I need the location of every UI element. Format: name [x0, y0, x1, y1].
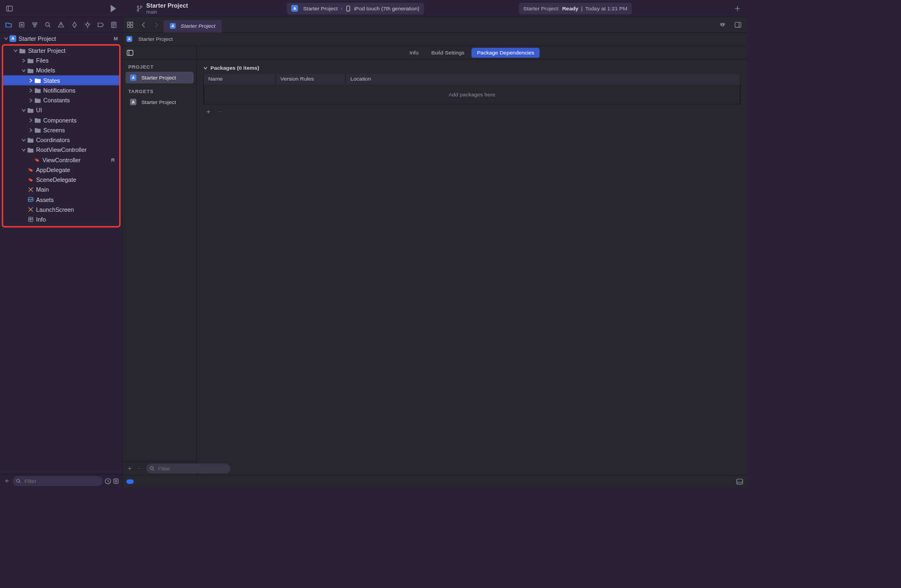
segment-build-settings[interactable]: Build Settings [426, 47, 470, 57]
tree-item-models[interactable]: Models [3, 65, 119, 75]
breakpoint-navigator-tab[interactable] [95, 19, 107, 30]
folder-icon [27, 58, 34, 64]
outline-header-targets: TARGETS [123, 84, 196, 96]
svg-point-21 [86, 23, 89, 26]
chevron-right-icon [28, 97, 33, 102]
test-navigator-tab[interactable] [69, 19, 80, 30]
sidebar-icon [126, 49, 133, 56]
tree-label: Assets [36, 196, 53, 203]
chevron-right-icon [28, 118, 33, 122]
tree-item-files[interactable]: Files [3, 56, 119, 65]
toggle-navigator-icon[interactable] [3, 3, 16, 15]
editor-breadcrumb[interactable]: A Starter Project [123, 33, 747, 46]
packages-col-name[interactable]: Name [204, 74, 276, 85]
tree-item-appdelegate[interactable]: AppDelegate [3, 165, 119, 175]
nav-forward-button[interactable] [150, 19, 162, 30]
tree-item-launchscreen[interactable]: LaunchScreen [3, 205, 119, 215]
add-button[interactable] [730, 3, 744, 15]
tree-item-viewcontroller[interactable]: ViewController R [3, 155, 119, 164]
packages-col-location[interactable]: Location [346, 74, 740, 85]
remove-target-button[interactable]: － [136, 464, 143, 473]
remove-package-button[interactable]: － [217, 107, 224, 116]
clock-icon[interactable] [104, 477, 111, 485]
packages-col-version[interactable]: Version Rules [276, 74, 346, 85]
project-icon: A [9, 35, 16, 41]
folder-icon [34, 117, 41, 123]
tree-item-coordinators[interactable]: Coordinators [3, 135, 119, 145]
find-navigator-tab[interactable] [42, 19, 54, 30]
svg-rect-47 [127, 25, 130, 27]
tree-item-constants[interactable]: Constants [3, 95, 119, 105]
tree-label: Starter Project [28, 47, 65, 54]
scm-filter-icon[interactable] [112, 477, 119, 485]
outline-header-project: PROJECT [123, 59, 196, 71]
tree-item-ui[interactable]: UI [3, 105, 119, 115]
tree-label: Screens [44, 127, 65, 133]
packages-header-label: Packages (0 items) [210, 65, 259, 71]
outline-target-item[interactable]: A Starter Project [125, 96, 193, 108]
add-package-button[interactable]: ＋ [205, 107, 212, 116]
project-icon: A [130, 75, 137, 81]
segment-info[interactable]: Info [404, 47, 424, 57]
outline-project-item[interactable]: A Starter Project [125, 72, 193, 84]
debug-navigator-tab[interactable] [82, 19, 93, 30]
chevron-down-icon [4, 36, 9, 41]
search-icon [16, 478, 21, 483]
scheme-device: iPod touch (7th generation) [354, 5, 419, 12]
outline-toggle-button[interactable] [123, 46, 196, 60]
tree-item-screens[interactable]: Screens [3, 125, 119, 135]
toolbar-branch-name: main [147, 9, 188, 15]
highlighted-tree-region: Starter Project Files Models [2, 44, 120, 228]
tree-label: States [44, 77, 60, 83]
svg-line-40 [19, 482, 20, 483]
chevron-down-icon [21, 137, 26, 142]
status-prefix: Starter Project: [523, 5, 559, 12]
tree-root-project[interactable]: A Starter Project M [0, 33, 123, 43]
tree-item-info-plist[interactable]: Info [3, 215, 119, 224]
toggle-debug-area-button[interactable] [736, 477, 743, 485]
tree-group[interactable]: Starter Project [3, 46, 119, 56]
project-outline: PROJECT A Starter Project TARGETS A Star… [123, 46, 197, 475]
run-button[interactable] [107, 3, 120, 15]
breakpoint-toggle[interactable] [126, 479, 133, 483]
report-navigator-tab[interactable] [108, 19, 120, 30]
tree-item-notifications[interactable]: Notifications [3, 85, 119, 95]
scheme-project: Starter Project [303, 5, 338, 12]
symbol-navigator-tab[interactable] [29, 19, 40, 30]
tree-item-main-storyboard[interactable]: Main [3, 185, 119, 194]
svg-rect-45 [127, 22, 130, 24]
add-file-button[interactable]: ＋ [3, 476, 11, 486]
packages-section-header[interactable]: Packages (0 items) [203, 62, 741, 74]
outline-filter-input[interactable] [147, 463, 230, 473]
navigator-filter-input[interactable] [13, 476, 102, 486]
chevron-right-icon [21, 58, 26, 63]
source-control-navigator-tab[interactable] [16, 19, 27, 30]
toggle-inspector-button[interactable] [732, 19, 744, 30]
storyboard-icon [28, 186, 34, 193]
related-items-button[interactable] [124, 19, 136, 30]
branch-indicator[interactable]: Starter Project main [136, 2, 188, 14]
svg-rect-46 [131, 22, 133, 24]
chevron-right-icon [28, 127, 33, 132]
editor-tab[interactable]: A Starter Project [163, 20, 222, 32]
add-target-button[interactable]: ＋ [126, 464, 133, 473]
breadcrumb-label: Starter Project [138, 36, 173, 42]
tree-item-states[interactable]: States [3, 75, 119, 85]
folder-icon [19, 47, 26, 53]
adjust-editor-button[interactable] [716, 19, 729, 30]
folder-icon [34, 127, 41, 133]
tree-item-scenedelegate[interactable]: SceneDelegate [3, 175, 119, 185]
activity-status: Starter Project: Ready | Today at 1:21 P… [519, 3, 632, 15]
segment-package-dependencies[interactable]: Package Dependencies [472, 47, 540, 57]
nav-back-button[interactable] [137, 19, 150, 30]
scheme-selector[interactable]: A Starter Project › iPod touch (7th gene… [287, 3, 424, 15]
folder-icon [34, 97, 41, 103]
tree-item-components[interactable]: Components [3, 115, 119, 125]
tree-item-rootvc-group[interactable]: RootViewController [3, 145, 119, 155]
svg-rect-35 [28, 217, 33, 222]
project-icon: A [170, 23, 176, 29]
assets-icon [28, 197, 34, 203]
project-navigator-tab[interactable] [3, 19, 14, 30]
issue-navigator-tab[interactable] [56, 19, 67, 30]
tree-item-assets[interactable]: Assets [3, 194, 119, 204]
